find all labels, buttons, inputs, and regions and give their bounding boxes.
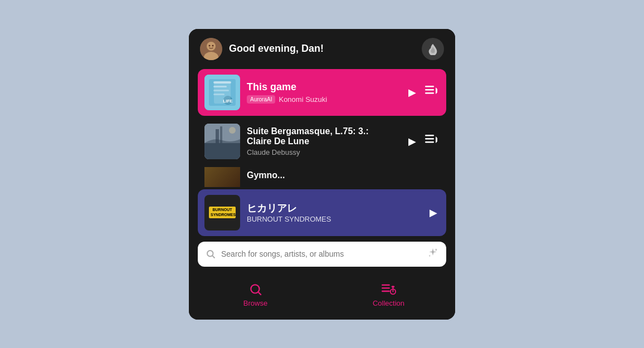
header-left: Good evening, Dan! [200,38,324,60]
search-input[interactable] [221,249,422,258]
svg-rect-14 [425,86,434,87]
svg-rect-36 [391,286,394,287]
play-button-this-game[interactable]: ▶ [406,84,418,101]
svg-point-3 [207,42,215,50]
song-artist-this-game: Konomi Suzuki [279,95,327,104]
song-info-this-game: This game AuroraAI Konomi Suzuki [247,81,399,104]
burnout-badge: BURNOUTSYNDROMES [209,207,236,218]
play-button-claire[interactable]: ▶ [406,133,418,150]
song-title-this-game: This game [247,81,399,93]
song-controls-this-game: ▶ [406,84,440,101]
svg-rect-25 [425,141,434,143]
svg-marker-17 [436,87,437,94]
collection-label: Collection [373,299,404,307]
song-artist-claire: Claude Debussy [247,148,399,156]
svg-rect-15 [425,89,434,91]
svg-point-22 [229,127,236,134]
sparkle-button[interactable] [427,247,438,261]
collection-icon [382,282,396,297]
svg-point-5 [212,45,214,46]
song-card-partial: Gymno... [198,167,446,187]
svg-rect-23 [425,135,434,136]
song-list: LIFE This game AuroraAI Konomi Suzuki ▶ [189,69,455,236]
browse-label: Browse [243,299,267,307]
svg-rect-8 [213,81,231,84]
song-info-claire: Suite Bergamasque, L.75: 3.:Claire De Lu… [247,126,399,156]
svg-rect-16 [425,92,434,94]
svg-rect-10 [213,90,229,91]
song-card-hikari[interactable]: BURNOUTSYNDROMES ヒカリアレ BURNOUT SYNDROMES… [198,189,446,236]
play-button-hikari[interactable]: ▶ [427,204,440,221]
svg-line-28 [212,256,214,258]
svg-line-30 [258,292,261,295]
song-controls-claire: ▶ [406,133,440,150]
svg-point-4 [209,45,211,46]
nav-item-browse[interactable]: Browse [189,279,322,311]
album-art-svg: LIFE [204,75,240,110]
svg-rect-9 [213,86,227,87]
svg-rect-32 [382,287,390,288]
song-title-claire: Suite Bergamasque, L.75: 3.:Claire De Lu… [247,126,399,146]
greeting-text: Good evening, Dan! [229,43,324,55]
sparkle-icon [427,247,438,258]
album-art-hikari: BURNOUTSYNDROMES [204,195,240,231]
album-art-partial [204,167,240,187]
fire-button[interactable] [422,38,444,60]
svg-point-29 [251,285,259,293]
song-title-hikari: ヒカリアレ [247,202,421,215]
avatar [200,38,222,60]
queue-icon-claire [425,135,437,145]
svg-rect-21 [220,126,222,143]
svg-marker-26 [436,136,437,143]
svg-rect-20 [216,129,219,143]
nav-item-collection[interactable]: Collection [322,279,455,311]
partial-song-info: Gymno... [247,170,440,180]
song-card-this-game[interactable]: LIFE This game AuroraAI Konomi Suzuki ▶ [198,69,446,116]
search-icon [206,249,216,259]
search-section [189,236,455,272]
album-art-claire [204,124,240,159]
queue-button-claire[interactable] [423,133,440,150]
header: Good evening, Dan! [189,29,455,69]
queue-button-this-game[interactable] [423,84,440,101]
album-art-claire-svg [204,124,240,159]
svg-rect-33 [382,290,390,291]
browse-icon [248,282,263,297]
partial-title: Gymno... [247,170,440,180]
svg-point-27 [207,251,213,257]
search-bar [198,242,446,267]
bottom-nav: Browse Collection [189,272,455,320]
song-card-claire[interactable]: Suite Bergamasque, L.75: 3.:Claire De Lu… [198,118,446,165]
app-container: Good evening, Dan! [189,29,455,320]
svg-rect-31 [382,284,390,285]
svg-rect-11 [213,94,225,95]
album-art-this-game: LIFE [204,75,240,110]
queue-icon [425,86,437,96]
svg-rect-24 [425,138,434,140]
svg-text:LIFE: LIFE [223,99,233,104]
fire-icon [427,43,439,55]
song-info-hikari: ヒカリアレ BURNOUT SYNDROMES [247,202,421,223]
song-controls-hikari: ▶ [427,204,440,221]
song-artist-hikari: BURNOUT SYNDROMES [247,215,421,223]
song-meta-this-game: AuroraAI Konomi Suzuki [247,95,399,104]
ai-badge: AuroraAI [247,95,275,104]
svg-rect-19 [204,143,240,159]
